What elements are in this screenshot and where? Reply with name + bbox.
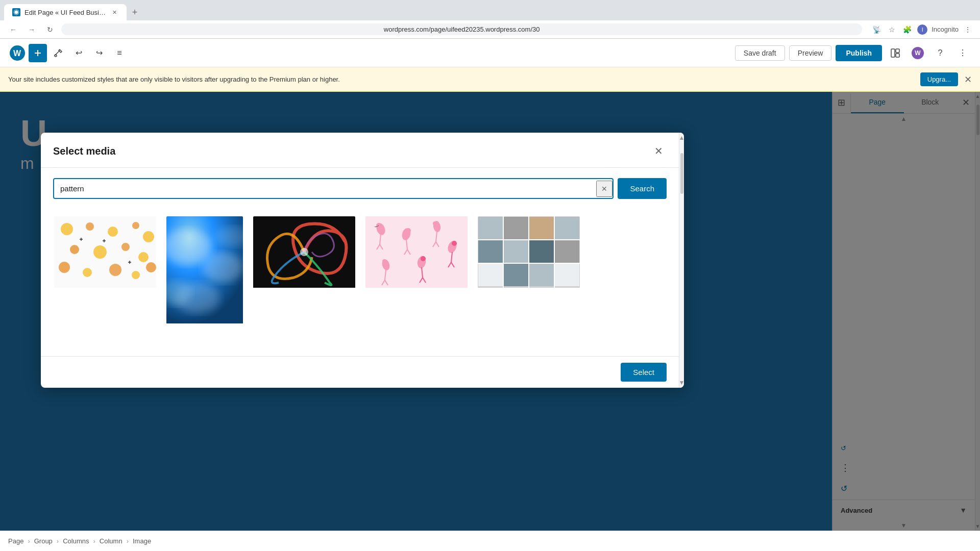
breadcrumb-sep-1: › [28, 537, 30, 545]
undo-button[interactable]: ↩ [69, 44, 88, 62]
svg-point-56 [452, 241, 457, 246]
help-button[interactable]: ? [931, 44, 949, 62]
svg-rect-68 [478, 217, 503, 239]
svg-rect-75 [555, 240, 579, 263]
breadcrumb-image[interactable]: Image [133, 537, 151, 545]
svg-rect-5 [896, 49, 899, 53]
add-block-button[interactable] [29, 44, 47, 62]
new-tab-button[interactable]: + [127, 4, 143, 20]
image-item-blue[interactable] [165, 215, 244, 327]
breadcrumb-column[interactable]: Column [100, 537, 122, 545]
search-bar: ✕ Search [53, 178, 667, 199]
extensions-icon[interactable]: 🧩 [901, 23, 913, 36]
search-clear-button[interactable]: ✕ [596, 181, 612, 197]
breadcrumb-sep-3: › [93, 537, 95, 545]
select-media-modal: Select media ✕ ✕ Search [41, 133, 684, 388]
svg-point-61 [382, 259, 386, 263]
svg-rect-72 [478, 240, 503, 263]
modal-close-button[interactable]: ✕ [650, 143, 667, 159]
svg-rect-76 [478, 264, 503, 286]
notification-bar: Your site includes customized styles tha… [0, 67, 980, 92]
wp-editor: W ↩ ↪ ≡ Save draft Preview Publish W ? ⋮… [0, 39, 980, 551]
notification-close-icon[interactable]: ✕ [964, 74, 972, 85]
svg-point-35 [300, 248, 308, 256]
svg-point-20 [132, 271, 140, 279]
svg-point-30 [202, 252, 243, 283]
svg-rect-4 [891, 49, 895, 57]
svg-point-18 [83, 268, 92, 277]
svg-rect-74 [529, 240, 554, 263]
breadcrumb-group[interactable]: Group [34, 537, 53, 545]
svg-point-19 [109, 264, 121, 276]
svg-rect-79 [555, 264, 579, 286]
image-grid [53, 211, 667, 331]
editor-main: U m ⊞ Page Block ✕ ▲ ↺ ⋮ ↺ Advanced ▼ ▼ [0, 92, 980, 531]
modal-header: Select media ✕ [41, 133, 679, 168]
modal-scrollbar-thumb[interactable] [680, 153, 683, 194]
svg-point-66 [421, 256, 426, 261]
breadcrumb: Page › Group › Columns › Column › Image [0, 531, 980, 551]
reload-button[interactable]: ↻ [43, 22, 57, 37]
select-button[interactable]: Select [621, 363, 667, 382]
back-button[interactable]: ← [6, 22, 20, 37]
breadcrumb-sep-2: › [57, 537, 59, 545]
upgrade-button[interactable]: Upgra... [920, 72, 958, 86]
modal-scrollbar-up[interactable]: ▲ [679, 133, 684, 143]
search-button[interactable]: Search [618, 178, 667, 199]
save-draft-button[interactable]: Save draft [735, 45, 785, 61]
image-item-tiles[interactable] [477, 215, 581, 291]
incognito-label: Incognito [932, 26, 959, 33]
svg-rect-6 [896, 54, 899, 57]
tab-close-icon[interactable]: ✕ [110, 8, 118, 16]
svg-point-17 [59, 262, 70, 273]
breadcrumb-page[interactable]: Page [8, 537, 23, 545]
svg-point-13 [70, 245, 79, 254]
svg-point-21 [146, 262, 156, 272]
cast-icon: 📡 [870, 23, 883, 36]
svg-rect-73 [504, 240, 528, 263]
svg-text:W: W [13, 49, 21, 58]
breadcrumb-sep-4: › [127, 537, 129, 545]
modal-scrollbar-down[interactable]: ▼ [679, 378, 684, 388]
avatar-icon[interactable]: I [916, 23, 928, 36]
image-item-swirl[interactable] [252, 215, 356, 291]
image-item-polka[interactable] [53, 215, 157, 291]
redo-button[interactable]: ↪ [90, 44, 108, 62]
svg-rect-71 [555, 217, 579, 239]
woocommerce-icon[interactable]: W [909, 44, 927, 62]
svg-point-12 [143, 231, 154, 242]
svg-point-3 [55, 55, 57, 57]
wp-logo[interactable]: W [8, 44, 27, 62]
preview-button[interactable]: Preview [789, 45, 832, 61]
active-tab[interactable]: Edit Page « UI Feed Business — W ✕ [4, 4, 127, 20]
search-input[interactable] [54, 179, 596, 198]
svg-point-46 [406, 228, 411, 233]
modal-title: Select media [53, 145, 115, 157]
svg-point-16 [138, 252, 149, 262]
svg-point-8 [61, 223, 73, 235]
search-input-wrap: ✕ [53, 178, 614, 199]
modal-body: ✕ Search [41, 168, 679, 356]
tools-button[interactable] [49, 44, 67, 62]
more-options-button[interactable]: ⋮ [953, 44, 972, 62]
svg-rect-70 [529, 217, 554, 239]
svg-point-11 [132, 222, 139, 229]
tab-title: Edit Page « UI Feed Business — W [24, 9, 106, 16]
svg-point-51 [433, 221, 437, 226]
forward-button[interactable]: → [24, 22, 39, 37]
svg-rect-78 [529, 264, 554, 286]
modal-overlay: Select media ✕ ✕ Search [0, 92, 980, 531]
image-item-flamingo[interactable] [364, 215, 469, 291]
notification-message: Your site includes customized styles tha… [8, 76, 340, 83]
svg-rect-77 [504, 264, 528, 286]
modal-scrollbar[interactable]: ▲ ▼ [679, 133, 684, 388]
list-view-button[interactable]: ≡ [110, 44, 129, 62]
address-input[interactable] [61, 23, 862, 35]
breadcrumb-columns[interactable]: Columns [63, 537, 89, 545]
bookmark-icon[interactable]: ☆ [886, 23, 898, 36]
svg-point-14 [93, 245, 107, 259]
svg-point-10 [108, 227, 118, 237]
publish-button[interactable]: Publish [836, 45, 882, 61]
menu-button[interactable]: ⋮ [962, 23, 974, 36]
layout-toggle-button[interactable] [886, 44, 904, 62]
